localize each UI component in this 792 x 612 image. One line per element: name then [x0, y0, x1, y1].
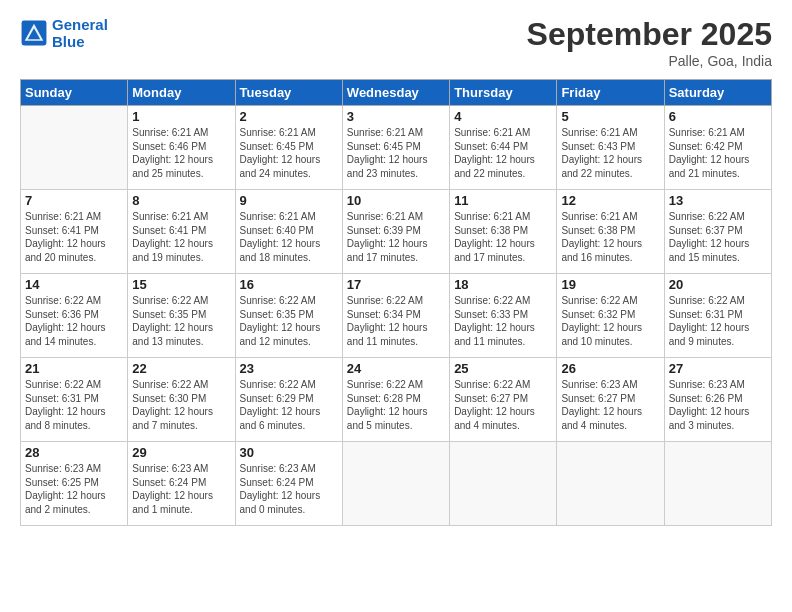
table-row: 29Sunrise: 6:23 AM Sunset: 6:24 PM Dayli… [128, 442, 235, 526]
day-info: Sunrise: 6:21 AM Sunset: 6:42 PM Dayligh… [669, 126, 767, 180]
header-monday: Monday [128, 80, 235, 106]
header-saturday: Saturday [664, 80, 771, 106]
day-number: 4 [454, 109, 552, 124]
day-info: Sunrise: 6:21 AM Sunset: 6:39 PM Dayligh… [347, 210, 445, 264]
day-number: 9 [240, 193, 338, 208]
day-info: Sunrise: 6:21 AM Sunset: 6:41 PM Dayligh… [25, 210, 123, 264]
table-row: 6Sunrise: 6:21 AM Sunset: 6:42 PM Daylig… [664, 106, 771, 190]
calendar-header-row: Sunday Monday Tuesday Wednesday Thursday… [21, 80, 772, 106]
day-number: 29 [132, 445, 230, 460]
table-row: 27Sunrise: 6:23 AM Sunset: 6:26 PM Dayli… [664, 358, 771, 442]
header: General Blue September 2025 Palle, Goa, … [20, 16, 772, 69]
table-row [342, 442, 449, 526]
day-number: 5 [561, 109, 659, 124]
day-number: 12 [561, 193, 659, 208]
table-row: 11Sunrise: 6:21 AM Sunset: 6:38 PM Dayli… [450, 190, 557, 274]
day-number: 28 [25, 445, 123, 460]
table-row: 18Sunrise: 6:22 AM Sunset: 6:33 PM Dayli… [450, 274, 557, 358]
day-number: 19 [561, 277, 659, 292]
day-info: Sunrise: 6:21 AM Sunset: 6:45 PM Dayligh… [240, 126, 338, 180]
table-row: 8Sunrise: 6:21 AM Sunset: 6:41 PM Daylig… [128, 190, 235, 274]
header-sunday: Sunday [21, 80, 128, 106]
table-row: 14Sunrise: 6:22 AM Sunset: 6:36 PM Dayli… [21, 274, 128, 358]
day-number: 24 [347, 361, 445, 376]
calendar-table: Sunday Monday Tuesday Wednesday Thursday… [20, 79, 772, 526]
day-number: 8 [132, 193, 230, 208]
week-row-5: 28Sunrise: 6:23 AM Sunset: 6:25 PM Dayli… [21, 442, 772, 526]
table-row: 12Sunrise: 6:21 AM Sunset: 6:38 PM Dayli… [557, 190, 664, 274]
day-number: 10 [347, 193, 445, 208]
day-number: 3 [347, 109, 445, 124]
table-row: 21Sunrise: 6:22 AM Sunset: 6:31 PM Dayli… [21, 358, 128, 442]
day-number: 14 [25, 277, 123, 292]
table-row [557, 442, 664, 526]
table-row [664, 442, 771, 526]
day-number: 20 [669, 277, 767, 292]
day-info: Sunrise: 6:22 AM Sunset: 6:35 PM Dayligh… [132, 294, 230, 348]
day-info: Sunrise: 6:21 AM Sunset: 6:43 PM Dayligh… [561, 126, 659, 180]
day-info: Sunrise: 6:23 AM Sunset: 6:24 PM Dayligh… [132, 462, 230, 516]
week-row-3: 14Sunrise: 6:22 AM Sunset: 6:36 PM Dayli… [21, 274, 772, 358]
table-row: 24Sunrise: 6:22 AM Sunset: 6:28 PM Dayli… [342, 358, 449, 442]
day-info: Sunrise: 6:23 AM Sunset: 6:27 PM Dayligh… [561, 378, 659, 432]
day-number: 2 [240, 109, 338, 124]
table-row: 15Sunrise: 6:22 AM Sunset: 6:35 PM Dayli… [128, 274, 235, 358]
day-number: 15 [132, 277, 230, 292]
day-number: 27 [669, 361, 767, 376]
day-info: Sunrise: 6:22 AM Sunset: 6:29 PM Dayligh… [240, 378, 338, 432]
day-info: Sunrise: 6:22 AM Sunset: 6:28 PM Dayligh… [347, 378, 445, 432]
day-info: Sunrise: 6:22 AM Sunset: 6:34 PM Dayligh… [347, 294, 445, 348]
day-info: Sunrise: 6:21 AM Sunset: 6:41 PM Dayligh… [132, 210, 230, 264]
header-wednesday: Wednesday [342, 80, 449, 106]
day-info: Sunrise: 6:23 AM Sunset: 6:26 PM Dayligh… [669, 378, 767, 432]
day-number: 1 [132, 109, 230, 124]
day-number: 11 [454, 193, 552, 208]
day-info: Sunrise: 6:21 AM Sunset: 6:44 PM Dayligh… [454, 126, 552, 180]
day-info: Sunrise: 6:22 AM Sunset: 6:37 PM Dayligh… [669, 210, 767, 264]
day-info: Sunrise: 6:21 AM Sunset: 6:46 PM Dayligh… [132, 126, 230, 180]
table-row: 16Sunrise: 6:22 AM Sunset: 6:35 PM Dayli… [235, 274, 342, 358]
table-row: 1Sunrise: 6:21 AM Sunset: 6:46 PM Daylig… [128, 106, 235, 190]
day-info: Sunrise: 6:21 AM Sunset: 6:40 PM Dayligh… [240, 210, 338, 264]
table-row [450, 442, 557, 526]
table-row: 22Sunrise: 6:22 AM Sunset: 6:30 PM Dayli… [128, 358, 235, 442]
table-row: 23Sunrise: 6:22 AM Sunset: 6:29 PM Dayli… [235, 358, 342, 442]
week-row-2: 7Sunrise: 6:21 AM Sunset: 6:41 PM Daylig… [21, 190, 772, 274]
table-row: 5Sunrise: 6:21 AM Sunset: 6:43 PM Daylig… [557, 106, 664, 190]
day-info: Sunrise: 6:22 AM Sunset: 6:30 PM Dayligh… [132, 378, 230, 432]
day-info: Sunrise: 6:21 AM Sunset: 6:45 PM Dayligh… [347, 126, 445, 180]
day-number: 30 [240, 445, 338, 460]
header-friday: Friday [557, 80, 664, 106]
day-info: Sunrise: 6:22 AM Sunset: 6:31 PM Dayligh… [25, 378, 123, 432]
day-number: 7 [25, 193, 123, 208]
logo-text: General Blue [52, 16, 108, 50]
day-number: 25 [454, 361, 552, 376]
table-row: 19Sunrise: 6:22 AM Sunset: 6:32 PM Dayli… [557, 274, 664, 358]
title-block: September 2025 Palle, Goa, India [527, 16, 772, 69]
table-row: 9Sunrise: 6:21 AM Sunset: 6:40 PM Daylig… [235, 190, 342, 274]
day-info: Sunrise: 6:21 AM Sunset: 6:38 PM Dayligh… [454, 210, 552, 264]
day-number: 22 [132, 361, 230, 376]
day-info: Sunrise: 6:22 AM Sunset: 6:31 PM Dayligh… [669, 294, 767, 348]
day-number: 21 [25, 361, 123, 376]
day-number: 6 [669, 109, 767, 124]
day-number: 17 [347, 277, 445, 292]
week-row-1: 1Sunrise: 6:21 AM Sunset: 6:46 PM Daylig… [21, 106, 772, 190]
table-row: 30Sunrise: 6:23 AM Sunset: 6:24 PM Dayli… [235, 442, 342, 526]
location-subtitle: Palle, Goa, India [527, 53, 772, 69]
month-title: September 2025 [527, 16, 772, 53]
table-row [21, 106, 128, 190]
day-info: Sunrise: 6:22 AM Sunset: 6:32 PM Dayligh… [561, 294, 659, 348]
day-info: Sunrise: 6:22 AM Sunset: 6:33 PM Dayligh… [454, 294, 552, 348]
table-row: 26Sunrise: 6:23 AM Sunset: 6:27 PM Dayli… [557, 358, 664, 442]
day-number: 26 [561, 361, 659, 376]
table-row: 4Sunrise: 6:21 AM Sunset: 6:44 PM Daylig… [450, 106, 557, 190]
table-row: 20Sunrise: 6:22 AM Sunset: 6:31 PM Dayli… [664, 274, 771, 358]
table-row: 7Sunrise: 6:21 AM Sunset: 6:41 PM Daylig… [21, 190, 128, 274]
day-info: Sunrise: 6:21 AM Sunset: 6:38 PM Dayligh… [561, 210, 659, 264]
day-info: Sunrise: 6:22 AM Sunset: 6:35 PM Dayligh… [240, 294, 338, 348]
day-number: 23 [240, 361, 338, 376]
day-number: 16 [240, 277, 338, 292]
table-row: 28Sunrise: 6:23 AM Sunset: 6:25 PM Dayli… [21, 442, 128, 526]
day-info: Sunrise: 6:23 AM Sunset: 6:24 PM Dayligh… [240, 462, 338, 516]
